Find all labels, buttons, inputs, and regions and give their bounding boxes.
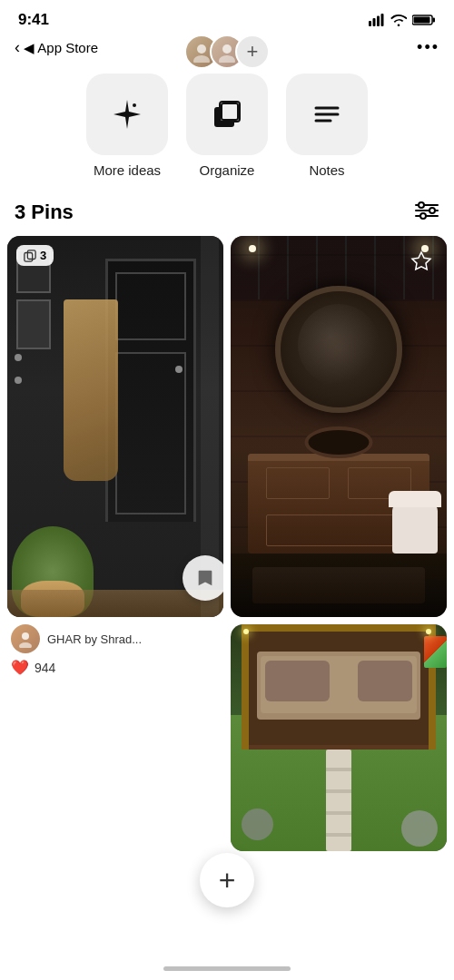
- svg-point-8: [193, 55, 210, 63]
- top-nav: ‹ ◀ App Store + •••: [0, 34, 454, 64]
- sparkle-icon: [107, 94, 147, 134]
- fab-button[interactable]: +: [200, 853, 254, 907]
- action-organize[interactable]: Organize: [186, 74, 268, 178]
- svg-point-27: [22, 632, 29, 640]
- filter-button[interactable]: [414, 200, 439, 225]
- svg-point-7: [197, 44, 206, 54]
- battery-icon: [412, 14, 436, 26]
- svg-rect-1: [373, 18, 376, 26]
- save-circle-button[interactable]: [183, 555, 223, 601]
- pin-bathroom[interactable]: [231, 236, 447, 617]
- svg-rect-6: [414, 17, 430, 24]
- svg-rect-15: [222, 103, 238, 120]
- organize-label: Organize: [200, 162, 255, 178]
- notes-icon: [307, 94, 347, 134]
- status-icons: [369, 14, 436, 26]
- star-button[interactable]: [405, 245, 438, 278]
- organize-icon-bg: [186, 74, 268, 155]
- actions-row: More ideas Organize Notes: [0, 64, 454, 181]
- svg-point-28: [19, 642, 32, 648]
- filter-icon: [414, 200, 439, 221]
- bookmark-icon: [195, 568, 215, 588]
- likes-count: 944: [35, 661, 55, 675]
- home-indicator: [163, 966, 291, 971]
- heart-icon: ❤️: [11, 659, 29, 676]
- right-column: [231, 236, 447, 851]
- svg-marker-29: [412, 252, 430, 270]
- organize-icon: [207, 94, 247, 134]
- notes-icon-bg: [286, 74, 368, 155]
- svg-rect-25: [25, 252, 33, 261]
- svg-point-9: [222, 44, 232, 54]
- star-icon: [410, 250, 432, 272]
- svg-rect-2: [377, 16, 380, 27]
- fab-icon: +: [219, 866, 236, 895]
- pin-hallway[interactable]: 3: [7, 236, 223, 617]
- svg-point-23: [429, 208, 435, 213]
- status-time: 9:41: [18, 11, 49, 29]
- more-options-button[interactable]: •••: [417, 38, 439, 57]
- notes-label: Notes: [309, 162, 344, 178]
- svg-point-10: [219, 55, 235, 63]
- left-column: 3 GHAR by Shrad... ❤️: [7, 236, 223, 851]
- add-user-button[interactable]: +: [235, 34, 270, 69]
- user-group: +: [184, 34, 270, 69]
- pin-count-number: 3: [40, 249, 46, 262]
- more-ideas-label: More ideas: [94, 162, 161, 178]
- pins-grid: 3 GHAR by Shrad... ❤️: [0, 236, 454, 851]
- pin-count-badge: 3: [16, 245, 54, 266]
- pin-terrace[interactable]: [231, 624, 447, 851]
- action-notes[interactable]: Notes: [286, 74, 368, 178]
- svg-rect-0: [369, 21, 371, 26]
- more-ideas-icon-bg: [86, 74, 168, 155]
- svg-rect-5: [433, 18, 436, 23]
- wifi-icon: [390, 14, 407, 26]
- signal-icon: [369, 14, 385, 26]
- author-row: GHAR by Shrad...: [7, 617, 223, 655]
- back-button[interactable]: ‹ ◀ App Store: [15, 38, 98, 57]
- pins-count: 3 Pins: [15, 201, 74, 224]
- author-avatar: [11, 624, 40, 653]
- status-bar: 9:41: [0, 0, 454, 34]
- svg-point-22: [419, 202, 424, 208]
- likes-row: ❤️ 944: [7, 655, 223, 680]
- pins-header: 3 Pins: [0, 181, 454, 236]
- copy-icon: [24, 250, 36, 262]
- action-more-ideas[interactable]: More ideas: [86, 74, 168, 178]
- author-name: GHAR by Shrad...: [47, 632, 142, 646]
- svg-rect-26: [27, 250, 35, 259]
- svg-rect-3: [381, 14, 384, 26]
- svg-point-11: [133, 103, 136, 107]
- svg-point-24: [420, 213, 426, 219]
